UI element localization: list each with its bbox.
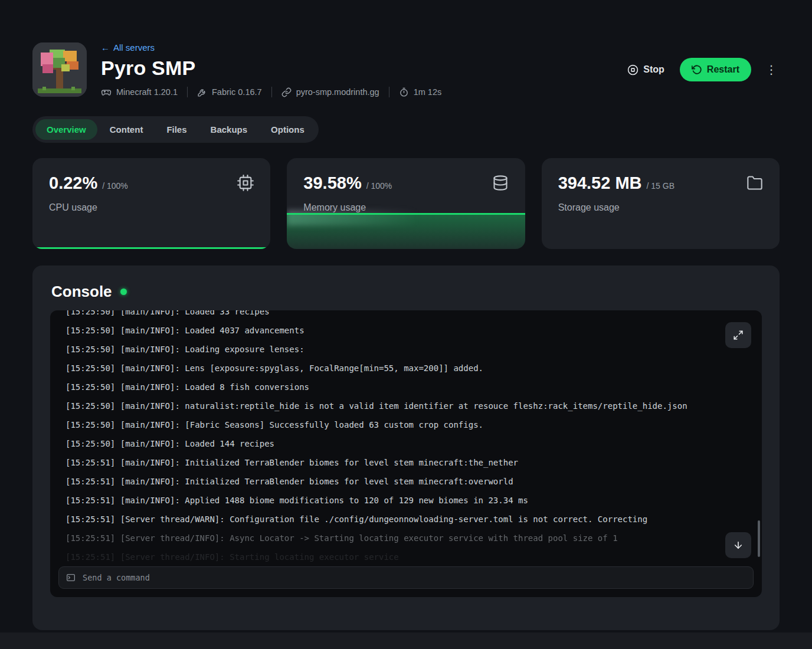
- storage-usage-label: Storage usage: [558, 202, 763, 213]
- memory-usage-max: / 100%: [366, 181, 392, 191]
- console-scrollbar-thumb[interactable]: [758, 520, 760, 557]
- divider: [187, 87, 188, 97]
- expand-console-button[interactable]: [725, 322, 751, 348]
- stop-button-label: Stop: [643, 64, 664, 75]
- cpu-value-row: 0.22% / 100%: [49, 173, 128, 193]
- back-to-servers-link[interactable]: ← All servers: [101, 42, 155, 53]
- console-card: Console [15:25:50] [main/INFO]: Loaded 3…: [32, 266, 780, 630]
- console-log-line: [15:25:50] [main/INFO]: [Fabric Seasons]…: [66, 415, 746, 434]
- arrow-down-icon: [733, 540, 744, 550]
- cpu-usage-value: 0.22%: [49, 173, 97, 193]
- scroll-to-bottom-button[interactable]: [725, 532, 751, 558]
- folder-icon: [746, 175, 763, 191]
- console-log-line: [15:25:51] [main/INFO]: Initialized Terr…: [66, 453, 746, 472]
- database-icon: [492, 175, 509, 191]
- server-version: Minecraft 1.20.1: [101, 87, 178, 97]
- back-arrow-icon: ←: [101, 42, 110, 53]
- console-title-label: Console: [51, 282, 112, 301]
- cpu-usage-bar: [32, 247, 270, 249]
- page-title: Pyro SMP: [101, 57, 610, 80]
- memory-value-row: 39.58% / 100%: [303, 173, 392, 193]
- link-icon: [281, 87, 292, 97]
- server-uptime-label: 1m 12s: [414, 87, 442, 97]
- console-log[interactable]: [15:25:50] [main/INFO]: Loaded 33 recipe…: [50, 310, 762, 566]
- storage-usage-value: 394.52 MB: [558, 173, 642, 193]
- server-header: ← All servers Pyro SMP Minecraft 1.20.1 …: [32, 42, 780, 97]
- console-screen: [15:25:50] [main/INFO]: Loaded 33 recipe…: [50, 310, 762, 597]
- stop-circle-icon: [627, 64, 639, 76]
- console-log-line: [15:25:50] [main/INFO]: Loaded 144 recip…: [66, 434, 746, 453]
- cpu-usage-max: / 100%: [102, 181, 128, 191]
- stats-row: 0.22% / 100% CPU usage 39.58% / 100%: [32, 158, 780, 249]
- stop-button[interactable]: Stop: [624, 64, 668, 76]
- tab-files[interactable]: Files: [155, 119, 198, 140]
- server-uptime: 1m 12s: [399, 87, 442, 97]
- console-log-line: [15:25:51] [main/INFO]: Initialized Terr…: [66, 472, 746, 491]
- wrench-icon: [197, 87, 207, 97]
- gamepad-icon: [101, 87, 112, 97]
- console-log-line: [15:25:51] [Server thread/INFO]: Startin…: [66, 548, 746, 566]
- command-input[interactable]: [81, 572, 746, 583]
- tab-overview[interactable]: Overview: [35, 119, 97, 140]
- tab-options[interactable]: Options: [260, 119, 316, 140]
- online-status-dot: [120, 289, 127, 295]
- footer-strip: [0, 632, 812, 649]
- expand-icon: [733, 330, 744, 340]
- tab-backups[interactable]: Backups: [199, 119, 259, 140]
- console-log-line: [15:25:50] [main/INFO]: Loading exposure…: [66, 340, 746, 359]
- server-domain-label: pyro-smp.modrinth.gg: [296, 87, 379, 97]
- memory-usage-label: Memory usage: [303, 202, 508, 213]
- server-version-label: Minecraft 1.20.1: [116, 87, 178, 97]
- server-domain[interactable]: pyro-smp.modrinth.gg: [281, 87, 379, 97]
- memory-usage-value: 39.58%: [303, 173, 361, 193]
- storage-value-row: 394.52 MB / 15 GB: [558, 173, 675, 193]
- storage-usage-max: / 15 GB: [647, 181, 675, 191]
- console-log-line: [15:25:51] [Server thread/INFO]: Async L…: [66, 529, 746, 548]
- tab-content[interactable]: Content: [99, 119, 155, 140]
- loader-version: Fabric 0.16.7: [197, 87, 262, 97]
- timer-icon: [399, 87, 409, 97]
- tree-icon: [32, 42, 87, 97]
- console-log-line: [15:25:50] [main/INFO]: Loaded 33 recipe…: [66, 310, 746, 321]
- terminal-icon: [66, 573, 76, 582]
- cpu-icon: [237, 175, 254, 191]
- stat-card-cpu: 0.22% / 100% CPU usage: [32, 158, 270, 249]
- loader-version-label: Fabric 0.16.7: [212, 87, 262, 97]
- command-bar: [58, 566, 754, 589]
- restart-icon: [692, 64, 702, 75]
- back-link-label: All servers: [113, 42, 155, 53]
- header-actions: Stop Restart ⋮: [624, 42, 780, 81]
- server-meta-row: Minecraft 1.20.1 Fabric 0.16.7 pyro-smp.…: [101, 87, 610, 97]
- console-log-line: [15:25:50] [main/INFO]: naturalist:repti…: [66, 396, 746, 415]
- restart-button[interactable]: Restart: [680, 58, 751, 81]
- server-info: ← All servers Pyro SMP Minecraft 1.20.1 …: [101, 42, 610, 97]
- console-log-line: [15:25:50] [main/INFO]: Loaded 8 fish co…: [66, 378, 746, 396]
- console-log-line: [15:25:51] [Server thread/WARN]: Configu…: [66, 510, 746, 529]
- page-container: ← All servers Pyro SMP Minecraft 1.20.1 …: [32, 0, 780, 630]
- divider: [389, 87, 389, 97]
- overflow-menu-button[interactable]: ⋮: [763, 60, 780, 79]
- server-tabs: Overview Content Files Backups Options: [32, 116, 319, 143]
- server-avatar: [32, 42, 87, 97]
- console-title: Console: [51, 282, 762, 301]
- memory-usage-bar: [287, 213, 525, 249]
- stat-card-storage: 394.52 MB / 15 GB Storage usage: [542, 158, 780, 249]
- console-log-line: [15:25:51] [main/INFO]: Applied 1488 bio…: [66, 491, 746, 510]
- cpu-usage-label: CPU usage: [49, 202, 254, 213]
- divider: [271, 87, 272, 97]
- stat-card-memory: 39.58% / 100% Memory usage: [287, 158, 525, 249]
- console-log-line: [15:25:50] [main/INFO]: Lens [exposure:s…: [66, 359, 746, 378]
- console-log-line: [15:25:50] [main/INFO]: Loaded 4037 adva…: [66, 321, 746, 340]
- restart-button-label: Restart: [707, 64, 739, 75]
